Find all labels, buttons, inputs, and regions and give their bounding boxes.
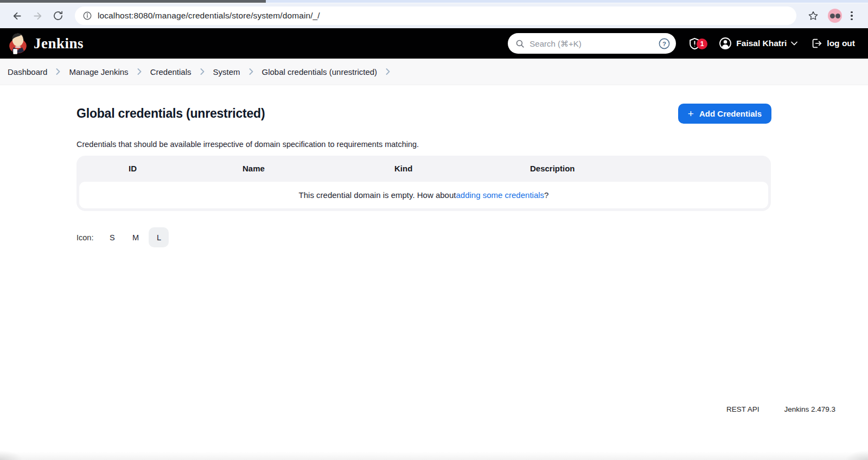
forward-arrow-icon: [32, 10, 43, 22]
credentials-table: ID Name Kind Description This credential…: [76, 156, 771, 211]
column-header-id: ID: [129, 164, 137, 173]
jenkins-wordmark: Jenkins: [34, 35, 84, 52]
search-help-icon[interactable]: ?: [658, 37, 671, 50]
adding-credentials-link[interactable]: adding some credentials: [456, 190, 544, 200]
breadcrumb-chevron-icon: [137, 68, 142, 75]
browser-forward-button[interactable]: [28, 7, 47, 25]
jenkins-home-link[interactable]: Jenkins: [8, 31, 84, 55]
svg-text:?: ?: [662, 40, 666, 47]
breadcrumb-item-dashboard[interactable]: Dashboard: [8, 67, 47, 76]
logout-label: log out: [827, 39, 855, 48]
page-title: Global credentials (unrestricted): [76, 106, 265, 121]
icon-size-large-button[interactable]: L: [149, 227, 169, 247]
icon-size-selector: Icon: S M L: [0, 211, 868, 247]
notification-count-badge: 1: [697, 39, 707, 49]
breadcrumb-chevron-icon[interactable]: [386, 68, 390, 75]
breadcrumb-chevron-icon: [56, 68, 60, 75]
breadcrumb-chevron-icon: [249, 68, 253, 75]
search-box[interactable]: ?: [508, 33, 676, 54]
user-name: Faisal Khatri: [736, 39, 787, 48]
breadcrumb-item-system[interactable]: System: [213, 67, 240, 76]
breadcrumb: Dashboard Manage Jenkins Credentials Sys…: [0, 59, 868, 85]
browser-window: localhost:8080/manage/credentials/store/…: [0, 0, 868, 460]
browser-back-button[interactable]: [8, 7, 26, 25]
empty-message-suffix: ?: [544, 190, 548, 200]
main-content: Global credentials (unrestricted) + Add …: [0, 85, 868, 433]
browser-menu-icon[interactable]: [847, 8, 856, 24]
site-info-icon[interactable]: [82, 11, 92, 21]
logout-button[interactable]: log out: [810, 37, 855, 49]
browser-profile-avatar[interactable]: [828, 9, 842, 23]
page-footer: REST API Jenkins 2.479.3: [726, 405, 835, 413]
domain-description: Credentials that should be available irr…: [0, 124, 868, 149]
toolbar-right: [804, 7, 856, 25]
reload-icon: [53, 10, 63, 21]
bookmark-star-icon[interactable]: [804, 7, 822, 25]
add-credentials-button[interactable]: + Add Credentials: [678, 104, 771, 124]
jenkins-version[interactable]: Jenkins 2.479.3: [784, 405, 835, 413]
sunglasses-icon: [830, 14, 835, 18]
browser-toolbar: localhost:8080/manage/credentials/store/…: [0, 3, 868, 28]
breadcrumb-chevron-icon: [200, 68, 205, 75]
browser-tab-edge: [0, 0, 266, 3]
column-header-description: Description: [530, 164, 575, 173]
jenkins-butler-logo: [8, 31, 28, 55]
chevron-down-icon: [791, 41, 797, 46]
icon-size-medium-button[interactable]: M: [125, 227, 145, 247]
title-row: Global credentials (unrestricted) + Add …: [0, 85, 868, 124]
breadcrumb-item-global-credentials[interactable]: Global credentials (unrestricted): [262, 67, 378, 76]
add-credentials-label: Add Credentials: [699, 109, 762, 118]
breadcrumb-item-credentials[interactable]: Credentials: [150, 67, 192, 76]
user-avatar-icon: [719, 37, 732, 50]
jenkins-header: Jenkins ? 1 Faisal Khatri log out: [0, 28, 868, 59]
user-menu[interactable]: Faisal Khatri: [719, 37, 797, 50]
search-input[interactable]: [529, 39, 653, 48]
empty-message-prefix: This credential domain is empty. How abo…: [299, 190, 456, 200]
header-actions: ? 1 Faisal Khatri log out: [508, 33, 855, 54]
breadcrumb-item-manage-jenkins[interactable]: Manage Jenkins: [69, 67, 128, 76]
column-header-name: Name: [242, 164, 265, 173]
icon-size-label: Icon:: [76, 233, 93, 242]
security-warnings-button[interactable]: 1: [688, 37, 701, 50]
url-text[interactable]: localhost:8080/manage/credentials/store/…: [98, 11, 320, 21]
address-bar[interactable]: localhost:8080/manage/credentials/store/…: [75, 7, 796, 25]
window-corner-shading: [0, 446, 868, 460]
empty-table-row: This credential domain is empty. How abo…: [79, 182, 768, 208]
credentials-table-header: ID Name Kind Description: [76, 156, 771, 182]
back-arrow-icon: [11, 10, 23, 22]
icon-size-small-button[interactable]: S: [102, 227, 122, 247]
logout-icon: [810, 37, 822, 49]
rest-api-link[interactable]: REST API: [726, 405, 760, 413]
plus-icon: +: [688, 108, 694, 119]
column-header-kind: Kind: [394, 164, 412, 173]
browser-reload-button[interactable]: [49, 7, 67, 25]
search-icon: [515, 39, 525, 48]
